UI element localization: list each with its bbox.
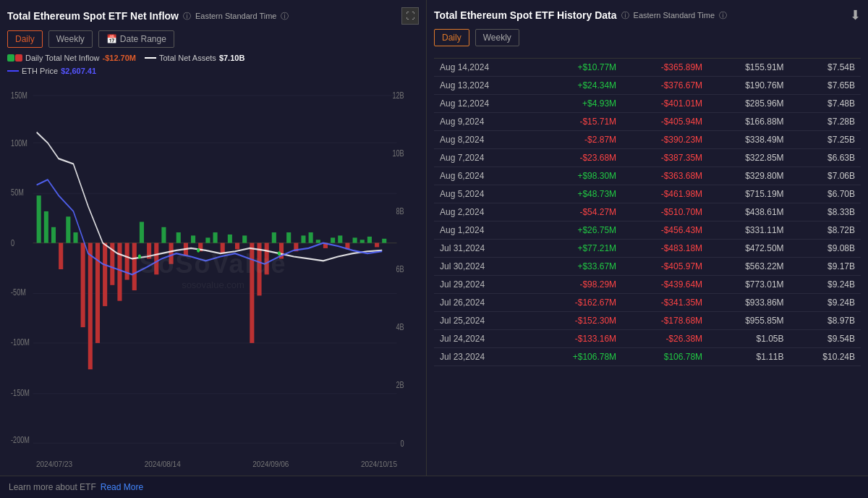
right-title-info-icon[interactable]: ⓘ (621, 10, 629, 21)
cell-price: $9.08B (790, 240, 861, 258)
table-row: Jul 25,2024 -$152.30M -$178.68M $955.85M… (434, 312, 861, 330)
left-timezone-info-icon[interactable]: ⓘ (281, 11, 289, 22)
svg-rect-60 (309, 232, 313, 243)
svg-rect-50 (235, 243, 239, 250)
svg-rect-69 (375, 243, 379, 248)
cell-price: $9.24B (790, 294, 861, 312)
cell-price: $6.70B (790, 185, 861, 203)
cell-net-assets: $715.19M (708, 185, 789, 203)
right-title: Total Ethereum Spot ETF History Data (434, 9, 617, 21)
tab-daily-left[interactable]: Daily (7, 30, 43, 48)
cell-daily: -$54.27M (532, 203, 622, 221)
cell-price: $10.24B (790, 348, 861, 366)
expand-button[interactable]: ⛶ (401, 7, 419, 25)
table-row: Aug 7,2024 -$23.68M -$387.35M $322.85M $… (434, 149, 861, 167)
svg-text:-50M: -50M (11, 287, 26, 297)
table-row: Aug 6,2024 +$98.30M -$363.68M $329.80M $… (434, 167, 861, 185)
table-row: Aug 1,2024 +$26.75M -$456.43M $331.11M $… (434, 221, 861, 240)
cell-hist-inflow: -$178.68M (622, 312, 708, 330)
legend-daily-label: Daily Total Net Inflow (25, 54, 100, 62)
download-button[interactable]: ⬇ (850, 7, 861, 23)
svg-rect-39 (154, 243, 158, 275)
svg-rect-24 (44, 211, 48, 243)
table-row: Aug 13,2024 +$24.34M -$376.67M $190.76M … (434, 77, 861, 95)
svg-rect-31 (95, 243, 100, 343)
svg-rect-61 (316, 240, 320, 242)
cell-daily: -$162.67M (532, 294, 622, 312)
svg-text:8B: 8B (396, 206, 404, 216)
cell-price: $8.72B (790, 221, 861, 240)
cell-daily: +$24.34M (532, 77, 622, 95)
cell-daily: -$2.87M (532, 131, 622, 149)
cell-hist-inflow: -$461.98M (622, 185, 708, 203)
cell-hist-inflow: -$456.43M (622, 221, 708, 240)
history-table-container[interactable]: Aug 14,2024 +$10.77M -$365.89M $155.91M … (434, 52, 861, 468)
svg-rect-53 (257, 243, 261, 296)
cell-net-assets: $338.49M (708, 131, 789, 149)
svg-rect-27 (66, 216, 70, 242)
cell-net-assets: $773.01M (708, 276, 789, 294)
svg-rect-66 (353, 237, 357, 242)
svg-text:-200M: -200M (11, 435, 30, 445)
date-range-button[interactable]: 📅 Date Range (98, 30, 174, 48)
legend-eth-price: ETH Price $2,607.41 (7, 67, 96, 75)
col-daily (532, 52, 622, 59)
tab-weekly-left[interactable]: Weekly (48, 30, 93, 48)
cell-net-assets: $438.61M (708, 203, 789, 221)
cell-net-assets: $329.80M (708, 167, 789, 185)
table-row: Aug 9,2024 -$15.71M -$405.94M $166.88M $… (434, 113, 861, 131)
cell-hist-inflow: -$26.38M (622, 330, 708, 348)
svg-rect-54 (265, 243, 269, 275)
cell-net-assets: $331.11M (708, 221, 789, 240)
cell-net-assets: $166.88M (708, 113, 789, 131)
svg-rect-41 (169, 243, 174, 264)
cell-date: Aug 14,2024 (434, 59, 532, 77)
table-row: Jul 26,2024 -$162.67M -$341.35M $933.86M… (434, 294, 861, 312)
cell-daily: +$33.67M (532, 258, 622, 276)
footer-text: Learn more about ETF (9, 482, 96, 492)
table-row: Jul 29,2024 -$98.29M -$439.64M $773.01M … (434, 276, 861, 294)
svg-text:6B: 6B (396, 264, 404, 274)
svg-rect-30 (88, 243, 93, 370)
read-more-link[interactable]: Read More (101, 482, 143, 492)
cell-net-assets: $1.11B (708, 348, 789, 366)
cell-hist-inflow: -$365.89M (622, 59, 708, 77)
svg-rect-23 (37, 195, 41, 243)
svg-rect-67 (360, 240, 365, 242)
svg-text:2B: 2B (396, 380, 404, 390)
tab-weekly-right[interactable]: Weekly (475, 29, 519, 46)
table-row: Aug 2,2024 -$54.27M -$510.70M $438.61M $… (434, 203, 861, 221)
svg-text:4B: 4B (396, 322, 404, 332)
tab-daily-right[interactable]: Daily (434, 29, 469, 46)
col-hist-inflow (622, 52, 708, 59)
svg-rect-37 (140, 222, 144, 243)
cell-hist-inflow: -$387.35M (622, 149, 708, 167)
svg-rect-44 (191, 235, 195, 242)
cell-daily: -$15.71M (532, 113, 622, 131)
cell-net-assets: $155.91M (708, 59, 789, 77)
svg-text:0: 0 (401, 438, 404, 448)
table-row: Aug 12,2024 +$4.93M -$401.01M $285.96M $… (434, 95, 861, 113)
table-body: Aug 14,2024 +$10.77M -$365.89M $155.91M … (434, 59, 861, 366)
legend-red-bar (15, 54, 22, 62)
cell-price: $9.17B (790, 258, 861, 276)
cell-date: Aug 12,2024 (434, 95, 532, 113)
svg-rect-28 (73, 232, 77, 243)
cell-price: $7.48B (790, 95, 861, 113)
svg-rect-51 (242, 235, 247, 242)
table-header (434, 52, 861, 59)
cell-hist-inflow: -$390.23M (622, 131, 708, 149)
right-timezone-info-icon[interactable]: ⓘ (719, 10, 727, 21)
left-panel: Total Ethereum Spot ETF Net Inflow ⓘ Eas… (0, 0, 427, 476)
left-title-info-icon[interactable]: ⓘ (183, 11, 191, 22)
chart-svg: 150M 100M 50M 0 -50M -100M -150M -200M 1… (7, 80, 419, 459)
cell-date: Jul 31,2024 (434, 240, 532, 258)
svg-point-72 (197, 248, 200, 253)
cell-net-assets: $285.96M (708, 95, 789, 113)
cell-net-assets: $955.85M (708, 312, 789, 330)
cell-price: $7.54B (790, 59, 861, 77)
left-title: Total Ethereum Spot ETF Net Inflow (7, 10, 179, 22)
legend-assets-label: Total Net Assets (159, 54, 216, 62)
svg-rect-59 (301, 235, 305, 242)
cell-hist-inflow: -$405.97M (622, 258, 708, 276)
